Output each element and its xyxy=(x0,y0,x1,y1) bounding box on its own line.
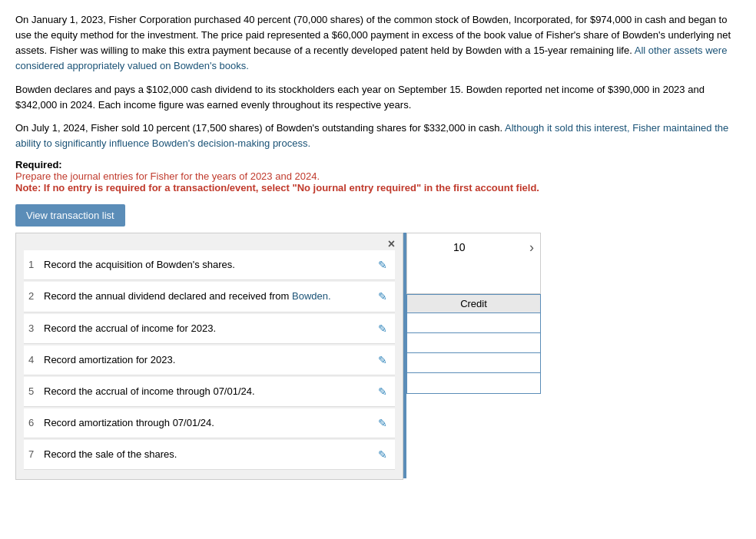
paragraph-3: On July 1, 2024, Fisher sold 10 percent … xyxy=(15,121,741,151)
view-transaction-button[interactable]: View transaction list xyxy=(15,204,125,227)
credit-row[interactable] xyxy=(407,333,540,353)
item-number: 2 xyxy=(28,289,44,302)
credit-table: Credit xyxy=(406,294,541,394)
paragraph-3-start: On July 1, 2024, Fisher sold 10 percent … xyxy=(15,122,502,134)
item-label: Record the accrual of income for 2023. xyxy=(44,322,369,336)
credit-row[interactable] xyxy=(407,353,540,373)
item-number: 4 xyxy=(28,353,44,365)
paragraph-1-blue: All other assets were considered appropr… xyxy=(15,45,727,71)
side-top-box: 10 › xyxy=(406,233,541,294)
item-number: 3 xyxy=(28,322,44,334)
credit-header: Credit xyxy=(407,295,540,313)
list-item: 1 Record the acquisition of Bowden's sha… xyxy=(24,250,395,280)
list-item: 4 Record amortization for 2023. ✎ xyxy=(24,346,395,375)
credit-row[interactable] xyxy=(407,313,540,333)
transaction-list-popup: × 1 Record the acquisition of Bowden's s… xyxy=(15,233,403,480)
credit-row[interactable] xyxy=(407,373,540,393)
edit-icon[interactable]: ✎ xyxy=(375,385,390,398)
required-note: Note: If no entry is required for a tran… xyxy=(15,182,539,193)
list-item: 5 Record the accrual of income through 0… xyxy=(24,377,395,407)
list-item: 2 Record the annual dividend declared an… xyxy=(24,282,395,312)
item-label: Record the sale of the shares. xyxy=(44,448,369,461)
item-label: Record the annual dividend declared and … xyxy=(44,289,369,303)
list-item: 7 Record the sale of the shares. ✎ xyxy=(24,440,395,470)
edit-icon[interactable]: ✎ xyxy=(375,322,390,335)
item-number: 6 xyxy=(28,416,44,428)
item-number: 1 xyxy=(28,258,44,270)
paragraph-1: On January 1, 2023, Fisher Corporation p… xyxy=(15,12,741,74)
item-label: Record amortization through 07/01/24. xyxy=(44,416,369,430)
required-text: Prepare the journal entries for Fisher f… xyxy=(15,170,320,182)
item-number: 5 xyxy=(28,385,44,397)
item-label: Record the accrual of income through 07/… xyxy=(44,385,369,398)
list-item: 3 Record the accrual of income for 2023.… xyxy=(24,314,395,344)
side-top-number: 10 xyxy=(453,241,466,253)
edit-icon[interactable]: ✎ xyxy=(375,353,390,366)
popup-close-button[interactable]: × xyxy=(388,238,395,250)
edit-icon[interactable]: ✎ xyxy=(375,416,390,429)
item-label-blue: Bowden. xyxy=(292,290,331,302)
transaction-items: 1 Record the acquisition of Bowden's sha… xyxy=(16,250,403,479)
required-label: Required: xyxy=(15,159,62,170)
list-item: 6 Record amortization through 07/01/24. … xyxy=(24,408,395,438)
item-label: Record the acquisition of Bowden's share… xyxy=(44,258,369,272)
item-number: 7 xyxy=(28,448,44,460)
edit-icon[interactable]: ✎ xyxy=(375,448,390,461)
item-label: Record amortization for 2023. xyxy=(44,353,369,367)
paragraph-2: Bowden declares and pays a $102,000 cash… xyxy=(15,82,741,113)
side-panel: 10 › Credit xyxy=(406,233,541,394)
chevron-right-icon[interactable]: › xyxy=(529,240,534,256)
edit-icon[interactable]: ✎ xyxy=(375,258,390,271)
edit-icon[interactable]: ✎ xyxy=(375,289,390,303)
